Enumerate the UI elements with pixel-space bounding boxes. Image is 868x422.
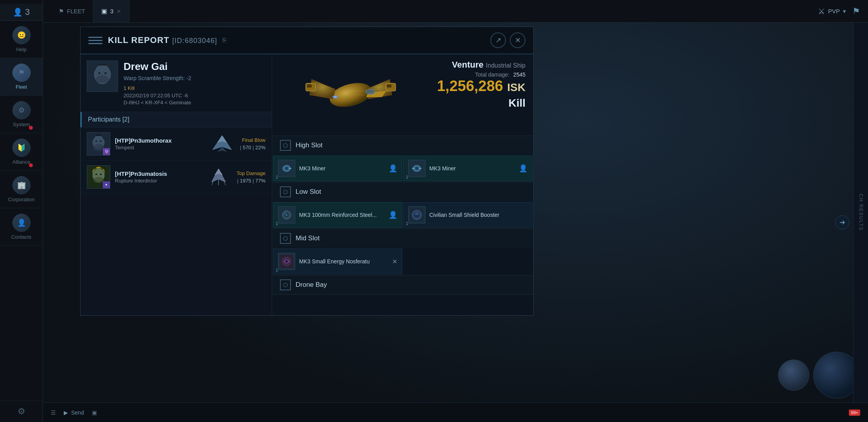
person-icon-2: 👤 [519, 164, 527, 173]
sidebar-label-help: Help [16, 46, 27, 52]
notification-badge: 99+ [849, 409, 860, 416]
main-tab-label: 3 [110, 8, 113, 14]
filter-icon[interactable]: ⚑ [852, 6, 860, 16]
participant-2-right: Top Damage | 1975 | 77% [237, 170, 265, 184]
panel-title: KILL REPORT [ID:6803046] [108, 35, 217, 45]
send-button[interactable]: ▶ Send [64, 409, 84, 416]
mid-item-close-icon[interactable]: ✕ [392, 258, 397, 265]
final-blow-label: Final Blow [240, 137, 265, 143]
contacts-avatar: 👤 [13, 214, 30, 232]
low-slot-item-1[interactable]: 1 + MK3 100mm Reinforced Ste [273, 202, 402, 228]
participant-1-ship: Tempest [115, 145, 204, 150]
svg-point-52 [415, 213, 419, 215]
sidebar-item-contacts[interactable]: 👤 Contacts [0, 208, 43, 246]
victim-kill-count: 1 Kill [124, 85, 265, 91]
victim-section: Drew Gai Warp Scramble Strength: -2 1 Ki… [81, 54, 272, 112]
participants-title: Participants [2] [88, 116, 129, 123]
hamburger-bottom[interactable]: ☰ [51, 409, 56, 416]
external-link-button[interactable]: ↗ [490, 32, 506, 48]
participant-item-2[interactable]: ✦ [HTP]Pn3umatosis Rupture Interdictor [81, 161, 272, 194]
participant-1-stats: | 570 | 22% [240, 145, 265, 150]
low-slot-section: ⬡ Low Slot 1 [272, 182, 533, 229]
pvp-label: PVP [828, 8, 840, 14]
sidebar: 👤 3 😐 Help ⚑ Fleet ⚙ System 🔰 Alliance 🏢 [0, 0, 43, 422]
screen-icon: ▣ [101, 7, 107, 15]
sidebar-label-contacts: Contacts [11, 234, 31, 240]
mid-slot-header: ⬡ Mid Slot [272, 229, 533, 248]
participant-1-info: [HTP]Pn3umothorax Tempest [115, 137, 204, 150]
copy-icon[interactable]: ⎘ [222, 37, 226, 44]
chevron-down-icon[interactable]: ▾ [843, 8, 846, 15]
screen-bottom[interactable]: ▣ [92, 409, 97, 416]
panel-body: Drew Gai Warp Scramble Strength: -2 1 Ki… [81, 54, 533, 315]
low-slot-item-2-name: Civilian Small Shield Booster [429, 212, 527, 218]
participant-2-ship-icon [205, 167, 232, 187]
mid-slot-item-1-name: MK3 Small Energy Nosferatu [299, 258, 388, 265]
low-slot-item-1-icon: + [278, 206, 295, 224]
drone-bay-icon: ⬡ [280, 279, 291, 290]
topbar-right: ⚔ PVP ▾ ⚑ [818, 6, 860, 16]
panel-title-text: KILL REPORT [108, 35, 169, 45]
orb-decorations [778, 352, 860, 399]
bottom-bar: ☰ ▶ Send ▣ 99+ [43, 402, 868, 422]
alliance-avatar: 🔰 [13, 139, 30, 157]
panel-header: KILL REPORT [ID:6803046] ⎘ ↗ ✕ [81, 27, 533, 54]
sidebar-label-alliance: Alliance [13, 159, 30, 165]
ship-type-name: Venture Industrial Ship [437, 60, 525, 70]
victim-face-svg [87, 61, 118, 92]
svg-point-16 [95, 173, 97, 175]
isk-value: 1,256,286 ISK [437, 78, 525, 95]
sidebar-item-corporation[interactable]: 🏢 Corporation [0, 171, 43, 208]
main-tab[interactable]: ▣ 3 ✕ [93, 0, 129, 22]
participant-item-1[interactable]: 🔮 [HTP]Pn3umothorax Tempest [81, 127, 272, 161]
fleet-avatar: ⚑ [13, 64, 30, 82]
low-slot-items: 1 + MK3 100mm Reinforced Ste [272, 201, 533, 229]
ship-display-area [280, 60, 429, 130]
settings-gear-icon: ⚙ [18, 406, 25, 417]
participant-2-name: [HTP]Pn3umatosis [115, 170, 201, 177]
high-slot-item-1[interactable]: 1 MK3 Miner [273, 156, 402, 181]
mid-slot-label: Mid Slot [296, 234, 319, 242]
corporation-avatar: 🏢 [13, 176, 30, 194]
svg-point-33 [333, 96, 337, 98]
sidebar-item-help[interactable]: 😐 Help [0, 21, 43, 58]
kill-report-panel: KILL REPORT [ID:6803046] ⎘ ↗ ✕ [80, 27, 534, 316]
topbar: ⚑ FLEET ▣ 3 ✕ ⚔ PVP ▾ ⚑ [43, 0, 868, 23]
main-content: KILL REPORT [ID:6803046] ⎘ ↗ ✕ [43, 23, 868, 422]
hamburger-button[interactable] [88, 33, 102, 47]
sidebar-item-alliance[interactable]: 🔰 Alliance [0, 133, 43, 171]
player-icon: 👤 [13, 7, 23, 17]
mid-slot-item-1[interactable]: 1 MK3 Small Energy Nosferatu [273, 249, 402, 274]
svg-point-5 [95, 75, 109, 83]
ship-section-top: Venture Industrial Ship Total damage: 25… [272, 54, 533, 136]
high-slot-item-1-qty: 1 [276, 175, 278, 179]
panel-header-buttons: ↗ ✕ [490, 32, 525, 48]
svg-point-29 [366, 89, 375, 95]
svg-rect-28 [387, 84, 391, 88]
low-slot-item-1-name: MK3 100mm Reinforced Steel... [299, 212, 385, 218]
low-slot-item-2[interactable]: 1 Civilian Small Shield Booster [403, 202, 533, 228]
participant-2-badge: ✦ [103, 181, 110, 188]
sidebar-item-fleet[interactable]: ⚑ Fleet [0, 58, 43, 96]
svg-point-36 [285, 167, 288, 170]
svg-point-18 [93, 177, 104, 183]
low-slot-item-2-qty: 1 [406, 221, 408, 226]
sidebar-item-system[interactable]: ⚙ System [0, 96, 43, 133]
fleet-tab-icon: ⚑ [59, 8, 64, 15]
mid-slot-items: 1 MK3 Small Energy Nosferatu [272, 248, 533, 275]
high-slot-item-2[interactable]: 1 MK3 Miner [403, 156, 533, 181]
tab-close-btn[interactable]: ✕ [117, 8, 121, 14]
panel-left: Drew Gai Warp Scramble Strength: -2 1 Ki… [81, 54, 272, 315]
close-panel-button[interactable]: ✕ [510, 32, 525, 48]
low-slot-item-2-icon [408, 206, 425, 224]
svg-text:+: + [285, 213, 288, 217]
svg-point-9 [100, 140, 102, 142]
panel-right: Venture Industrial Ship Total damage: 25… [272, 54, 533, 315]
person-icon-3: 👤 [389, 211, 397, 219]
fleet-tab[interactable]: ⚑ FLEET [51, 0, 93, 22]
sidebar-item-settings[interactable]: ⚙ [0, 401, 43, 422]
top-damage-label: Top Damage [237, 170, 265, 176]
right-arrow-button[interactable]: ➜ [835, 215, 849, 229]
low-slot-label: Low Slot [296, 188, 321, 196]
high-slot-header: ⬡ High Slot [272, 136, 533, 155]
